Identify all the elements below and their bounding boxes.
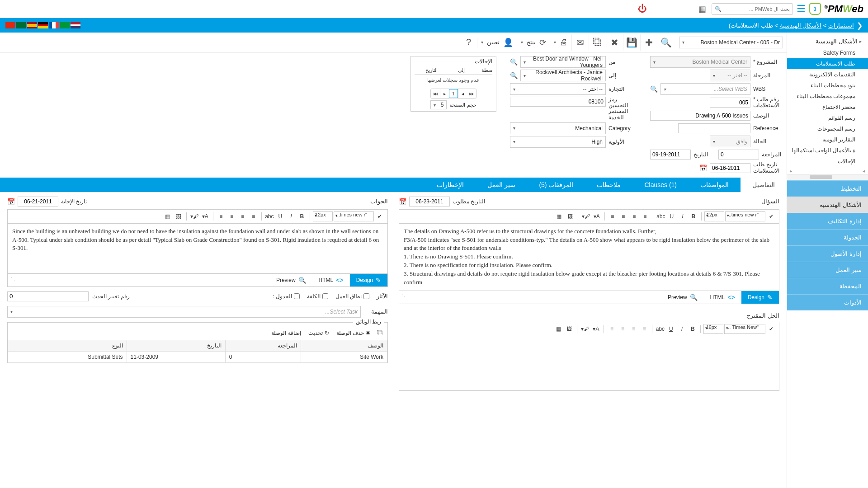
bold-icon[interactable]: B (689, 211, 698, 221)
to-lookup-icon[interactable]: 🔍 (510, 72, 518, 79)
table-icon[interactable]: ▦ (553, 324, 563, 334)
toolbar-assign[interactable]: 👤تعيين▾ (477, 38, 517, 47)
task-select[interactable]: Select Task... (7, 306, 361, 318)
table-icon[interactable]: ▦ (163, 211, 173, 221)
search-icon[interactable]: 🔍 (715, 6, 722, 12)
field-desc[interactable] (650, 111, 750, 121)
editor-html-tab[interactable]: <>HTML (312, 274, 350, 286)
sidebar-item[interactable]: بنود مخططات البناء (787, 80, 868, 91)
align-justify-icon[interactable]: ≡ (607, 324, 617, 334)
backcolor-icon[interactable]: 🖌▾ (580, 324, 590, 334)
field-wbs[interactable]: Select WBS... (660, 83, 750, 95)
align-left-icon[interactable]: ≡ (639, 324, 649, 334)
flag-cn[interactable] (5, 22, 15, 28)
spellcheck-icon[interactable]: ✔ (766, 211, 776, 221)
spellcheck-icon[interactable]: ✔ (766, 324, 776, 334)
answer-date-input[interactable] (18, 197, 58, 206)
align-right-icon[interactable]: ≡ (227, 211, 237, 221)
field-reference[interactable] (678, 123, 750, 133)
breadcrumb-collapse-icon[interactable]: ❮ (857, 21, 863, 30)
linkdocs-copy-icon[interactable]: ⿻ (377, 330, 383, 336)
sidebar-item[interactable]: رسم المجموعات (787, 123, 868, 134)
field-csi[interactable] (510, 97, 606, 107)
pager-prev-icon[interactable]: ◂ (458, 89, 467, 98)
pager-last-icon[interactable]: ⏭ (431, 89, 440, 98)
sidebar-scroll-right-icon[interactable]: ▸ (790, 168, 793, 174)
answer-body[interactable]: Since the building is an unheated buildi… (8, 224, 387, 273)
tab[interactable]: الإخطارات (425, 178, 476, 192)
tab[interactable]: ملاحظات (585, 178, 632, 192)
apps-icon[interactable]: ▦ (697, 2, 708, 16)
bold-icon[interactable]: B (688, 324, 698, 334)
toolbar-new-icon[interactable]: ✚ (640, 34, 657, 51)
image-icon[interactable]: 🖼 (565, 211, 575, 221)
sidebar-scrollbar[interactable] (787, 174, 868, 180)
align-right-icon[interactable]: ≡ (618, 324, 627, 334)
field-date[interactable] (650, 150, 691, 160)
sidebar-module[interactable]: إدارة التكاليف (787, 213, 868, 229)
editor-design-tab[interactable]: ✎Design (741, 291, 779, 304)
pager-first-icon[interactable]: ⏮ (467, 89, 476, 98)
sidebar-item[interactable]: التقارير اليومية (787, 134, 868, 145)
impact-schedule-check[interactable]: الجدول : (273, 293, 300, 300)
italic-icon[interactable]: I (286, 211, 296, 221)
sidebar-module[interactable]: الجدولة (787, 229, 868, 245)
sidebar-item[interactable]: التقديمات الالكترونية (787, 69, 868, 80)
align-justify-icon[interactable]: ≡ (216, 211, 226, 221)
sidebar-tree-title[interactable]: الأشكال الهندسية (787, 35, 868, 47)
linkdocs-refresh[interactable]: ↻ تحديث (308, 330, 329, 336)
sidebar-item[interactable]: الإحالات (787, 156, 868, 167)
strike-icon[interactable]: abc (264, 211, 274, 221)
tab[interactable]: التفاصيل (741, 178, 787, 192)
font-select[interactable]: "times new r... (334, 211, 374, 221)
pager-page[interactable]: 1 (449, 89, 458, 98)
flag-br[interactable] (60, 22, 70, 28)
table-row[interactable]: Site Work011-03-2009Submittal Sets (8, 351, 387, 362)
sidebar-item[interactable]: ة بالأعمال الواجب استكمالها (787, 145, 868, 156)
calendar-icon[interactable]: 📅 (699, 164, 707, 172)
field-phase[interactable]: -- اختر -- (710, 70, 750, 81)
italic-icon[interactable]: I (677, 324, 687, 334)
sidebar-scroll-left-icon[interactable]: ◂ (863, 168, 865, 174)
size-select[interactable]: 12px (704, 211, 724, 221)
field-project[interactable]: Boston Medical Center (650, 56, 750, 68)
question-body[interactable]: The details on Drawing A-500 refer us to… (399, 224, 779, 291)
field-from[interactable]: Best Door and Window - Neil Youngers (520, 56, 606, 68)
from-lookup-icon[interactable]: 🔍 (510, 58, 518, 66)
field-rfi-no[interactable] (710, 98, 750, 108)
image-icon[interactable]: 🖼 (174, 211, 184, 221)
align-left-icon[interactable]: ≡ (249, 211, 259, 221)
resize-handle-icon[interactable]: ⋰ (399, 291, 410, 304)
flag-us[interactable] (71, 22, 80, 28)
align-center-icon[interactable]: ≡ (629, 211, 639, 221)
editor-preview-tab[interactable]: 🔍Preview (270, 274, 312, 286)
editor-preview-tab[interactable]: 🔍Preview (661, 291, 704, 304)
sidebar-item[interactable]: Safety Forms (787, 47, 868, 58)
strike-icon[interactable]: abc (656, 211, 666, 221)
italic-icon[interactable]: I (678, 211, 688, 221)
backcolor-icon[interactable]: 🖌▾ (189, 211, 199, 221)
underline-icon[interactable]: U (667, 211, 677, 221)
toolbar-print[interactable]: 🖨▾ (550, 38, 571, 47)
sidebar-item[interactable]: رسم القوائم (787, 113, 868, 123)
calendar-icon[interactable]: 📅 (399, 198, 406, 205)
toolbar-produce[interactable]: ⟳ينتج▾ (517, 38, 550, 47)
impact-cost-check[interactable]: الكلفة (307, 293, 328, 300)
linkdocs-delete[interactable]: ✖ حذف الوصلة (336, 330, 370, 336)
field-to[interactable]: Rockwell Architects - Janice Rockwell (520, 70, 606, 81)
tab[interactable]: المواصفات (689, 178, 741, 192)
toolbar-delete-icon[interactable]: ✖ (606, 34, 623, 51)
page-size-select[interactable]: 5 (430, 100, 447, 109)
flag-sa[interactable] (16, 22, 26, 28)
flag-es[interactable] (27, 22, 37, 28)
sidebar-module[interactable]: إدارة الأصول (787, 245, 868, 262)
sidebar-item[interactable]: مجموعات مخططات البناء (787, 91, 868, 102)
calendar-icon[interactable]: 📅 (7, 198, 15, 205)
size-select[interactable]: 16px (703, 324, 723, 334)
backcolor-icon[interactable]: 🖌▾ (581, 211, 591, 221)
sidebar-module[interactable]: المحفظة (787, 278, 868, 294)
tab[interactable]: سير العمل (476, 178, 527, 192)
toolbar-save-icon[interactable]: 💾 (623, 34, 640, 51)
menu-toggle-icon[interactable]: ☰ (797, 3, 806, 15)
underline-icon[interactable]: U (275, 211, 285, 221)
